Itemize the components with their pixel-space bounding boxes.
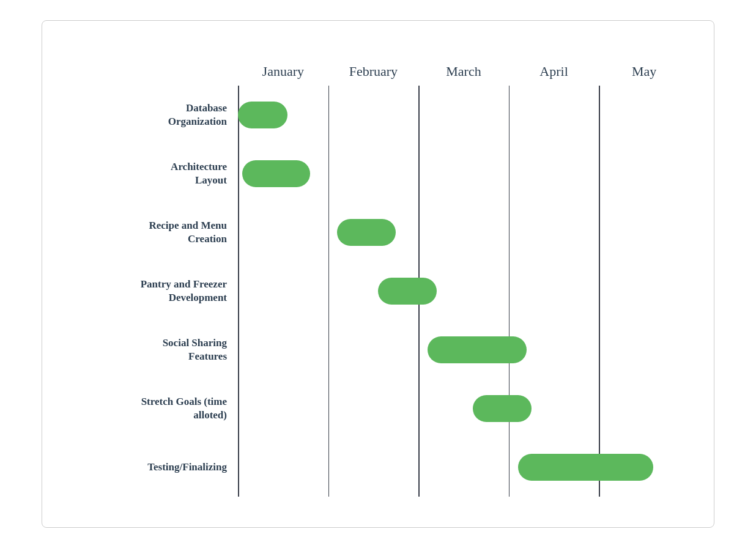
gantt-area: JanuaryFebruaryMarchAprilMay DatabaseOrg… <box>67 64 689 497</box>
gantt-bar-6 <box>518 454 653 481</box>
month-label-january: January <box>238 64 328 80</box>
gantt-bar-3 <box>378 278 437 305</box>
task-label-2: Recipe and MenuCreation <box>67 203 238 262</box>
grid-row-0 <box>238 86 689 144</box>
gantt-bar-0 <box>238 102 287 128</box>
grid-row-3 <box>238 262 689 320</box>
gantt-bar-4 <box>428 336 527 363</box>
month-label-april: April <box>509 64 599 80</box>
chart-grid <box>238 86 689 497</box>
task-label-4: Social SharingFeatures <box>67 320 238 379</box>
month-header: JanuaryFebruaryMarchAprilMay <box>238 64 689 80</box>
task-label-5: Stretch Goals (timealloted) <box>67 379 238 438</box>
grid-row-4 <box>238 320 689 379</box>
task-label-1: ArchitectureLayout <box>67 144 238 203</box>
gantt-bar-5 <box>473 395 532 422</box>
task-label-0: DatabaseOrganization <box>67 86 238 144</box>
grid-row-1 <box>238 144 689 203</box>
task-label-3: Pantry and FreezerDevelopment <box>67 262 238 320</box>
month-label-march: March <box>418 64 509 80</box>
chart-body: DatabaseOrganizationArchitectureLayoutRe… <box>67 86 689 497</box>
gantt-bar-1 <box>242 160 310 187</box>
task-labels: DatabaseOrganizationArchitectureLayoutRe… <box>67 86 238 497</box>
task-label-6: Testing/Finalizing <box>67 438 238 497</box>
grid-row-6 <box>238 438 689 497</box>
chart-container: JanuaryFebruaryMarchAprilMay DatabaseOrg… <box>42 20 714 528</box>
gantt-bar-2 <box>337 219 396 246</box>
month-label-may: May <box>599 64 689 80</box>
grid-row-5 <box>238 379 689 438</box>
grid-row-2 <box>238 203 689 262</box>
month-label-february: February <box>328 64 419 80</box>
